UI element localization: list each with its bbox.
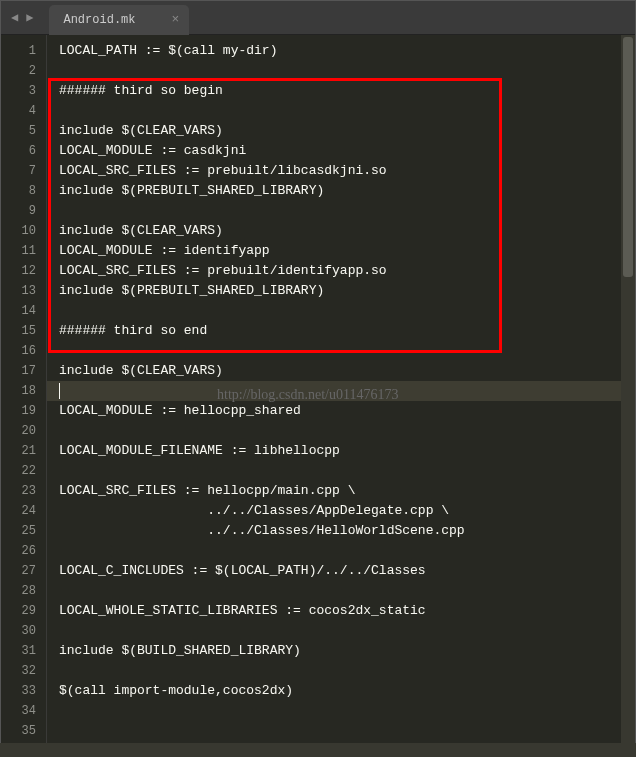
code-line[interactable]: LOCAL_MODULE := hellocpp_shared [59, 401, 635, 421]
code-line[interactable]: include $(CLEAR_VARS) [59, 221, 635, 241]
line-number: 14 [1, 301, 46, 321]
code-line[interactable] [59, 721, 635, 741]
code-line[interactable]: ###### third so end [59, 321, 635, 341]
code-line[interactable] [47, 381, 635, 401]
nav-prev-icon[interactable]: ◀ [7, 10, 22, 25]
line-number: 30 [1, 621, 46, 641]
line-number: 12 [1, 261, 46, 281]
code-line[interactable] [59, 541, 635, 561]
code-line[interactable]: LOCAL_PATH := $(call my-dir) [59, 41, 635, 61]
line-number: 13 [1, 281, 46, 301]
horizontal-scrollbar[interactable] [0, 743, 636, 757]
code-line[interactable] [59, 101, 635, 121]
line-number: 4 [1, 101, 46, 121]
close-icon[interactable]: × [171, 12, 179, 27]
code-line[interactable]: ../../Classes/AppDelegate.cpp \ [59, 501, 635, 521]
line-number: 7 [1, 161, 46, 181]
editor[interactable]: 1234567891011121314151617181920212223242… [1, 35, 635, 757]
line-number: 35 [1, 721, 46, 741]
line-number: 24 [1, 501, 46, 521]
code-line[interactable]: LOCAL_MODULE := casdkjni [59, 141, 635, 161]
code-area[interactable]: LOCAL_PATH := $(call my-dir)###### third… [47, 35, 635, 757]
code-line[interactable]: LOCAL_SRC_FILES := prebuilt/identifyapp.… [59, 261, 635, 281]
tab-filename: Android.mk [63, 13, 135, 27]
scroll-thumb[interactable] [623, 37, 633, 277]
line-number: 17 [1, 361, 46, 381]
code-line[interactable]: LOCAL_C_INCLUDES := $(LOCAL_PATH)/../../… [59, 561, 635, 581]
line-number: 15 [1, 321, 46, 341]
line-number: 6 [1, 141, 46, 161]
code-line[interactable] [59, 461, 635, 481]
code-line[interactable]: include $(CLEAR_VARS) [59, 121, 635, 141]
line-number: 27 [1, 561, 46, 581]
line-number: 2 [1, 61, 46, 81]
code-line[interactable]: include $(BUILD_SHARED_LIBRARY) [59, 641, 635, 661]
line-number: 18 [1, 381, 46, 401]
line-number: 21 [1, 441, 46, 461]
code-line[interactable] [59, 421, 635, 441]
line-number: 23 [1, 481, 46, 501]
code-line[interactable]: LOCAL_MODULE_FILENAME := libhellocpp [59, 441, 635, 461]
line-number: 32 [1, 661, 46, 681]
line-number: 1 [1, 41, 46, 61]
line-number: 33 [1, 681, 46, 701]
line-number: 20 [1, 421, 46, 441]
code-line[interactable] [59, 61, 635, 81]
line-number: 8 [1, 181, 46, 201]
line-number: 34 [1, 701, 46, 721]
code-line[interactable]: LOCAL_SRC_FILES := hellocpp/main.cpp \ [59, 481, 635, 501]
line-number: 29 [1, 601, 46, 621]
code-line[interactable] [59, 581, 635, 601]
code-line[interactable]: include $(PREBUILT_SHARED_LIBRARY) [59, 181, 635, 201]
line-number: 19 [1, 401, 46, 421]
titlebar: ◀ ▶ Android.mk × [1, 1, 635, 35]
code-line[interactable]: LOCAL_MODULE := identifyapp [59, 241, 635, 261]
code-line[interactable]: ###### third so begin [59, 81, 635, 101]
code-line[interactable] [59, 621, 635, 641]
line-number: 31 [1, 641, 46, 661]
code-line[interactable]: include $(PREBUILT_SHARED_LIBRARY) [59, 281, 635, 301]
code-line[interactable]: include $(CLEAR_VARS) [59, 361, 635, 381]
line-number: 22 [1, 461, 46, 481]
code-line[interactable]: ../../Classes/HelloWorldScene.cpp [59, 521, 635, 541]
text-cursor [59, 383, 60, 399]
line-number: 9 [1, 201, 46, 221]
code-line[interactable] [59, 201, 635, 221]
vertical-scrollbar[interactable] [621, 35, 635, 757]
code-line[interactable]: LOCAL_WHOLE_STATIC_LIBRARIES := cocos2dx… [59, 601, 635, 621]
nav-next-icon[interactable]: ▶ [22, 10, 37, 25]
line-number: 28 [1, 581, 46, 601]
code-line[interactable] [59, 341, 635, 361]
line-number: 10 [1, 221, 46, 241]
line-number: 16 [1, 341, 46, 361]
line-number: 11 [1, 241, 46, 261]
line-number: 25 [1, 521, 46, 541]
code-line[interactable] [59, 701, 635, 721]
line-number: 5 [1, 121, 46, 141]
line-number: 3 [1, 81, 46, 101]
tab-file[interactable]: Android.mk × [49, 5, 189, 35]
code-line[interactable]: LOCAL_SRC_FILES := prebuilt/libcasdkjni.… [59, 161, 635, 181]
line-number-gutter: 1234567891011121314151617181920212223242… [1, 35, 47, 757]
code-line[interactable] [59, 301, 635, 321]
code-line[interactable]: $(call import-module,cocos2dx) [59, 681, 635, 701]
line-number: 26 [1, 541, 46, 561]
code-line[interactable] [59, 661, 635, 681]
